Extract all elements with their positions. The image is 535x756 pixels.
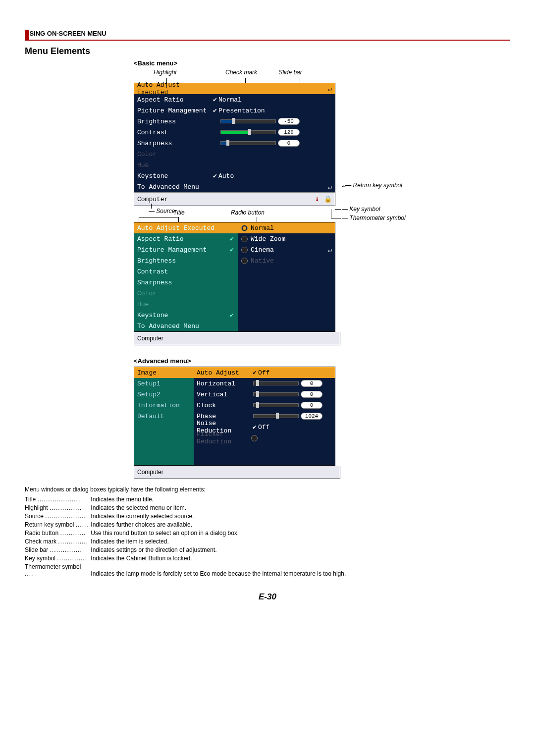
menu-row[interactable]: Flicker Reduction — [194, 432, 335, 443]
status-bar: Computer — [134, 332, 340, 345]
menu-row[interactable]: Brightness-50 — [134, 116, 335, 127]
menu-row[interactable]: Keystone✔Auto — [134, 170, 335, 181]
menu-tab[interactable]: Default — [134, 411, 194, 422]
menu-row[interactable]: Auto Adjust Executed↵ — [134, 83, 335, 94]
annot-radio: Radio button — [231, 209, 265, 216]
glossary-item: Thermometer symbol .... Indicates the la… — [25, 563, 510, 577]
status-bar: Computer🌡 🔒 — [134, 192, 335, 206]
basic-menu-2: Auto Adjust ExecutedAspect Ratio✔Picture… — [134, 222, 335, 332]
menu-row[interactable]: Sharpness0 — [134, 138, 335, 149]
leader-line — [139, 217, 178, 217]
glossary-item: Source ................... Indicates the… — [25, 513, 510, 520]
radio-option[interactable]: Cinema↵ — [238, 244, 335, 255]
menu-tab[interactable]: Information — [134, 400, 194, 411]
menu-row[interactable]: Aspect Ratio✔ — [134, 233, 238, 244]
glossary-list: Title .................... Indicates the… — [25, 496, 510, 577]
annotation-row-2: Title Radio button — [134, 209, 510, 222]
page-title: Menu Elements — [25, 46, 510, 56]
menu-row[interactable]: Sharpness — [134, 277, 238, 288]
menu-row[interactable]: Clock0 — [194, 400, 335, 411]
annotation-row: Highlight Check mark Slide bar — [134, 69, 510, 83]
glossary-item: Radio button ............ Use this round… — [25, 530, 510, 537]
menu-row[interactable]: Color — [134, 149, 335, 160]
page-number: E-30 — [25, 592, 510, 602]
menu-row[interactable]: Picture Management✔Presentation — [134, 105, 335, 116]
menu-row[interactable]: Auto Adjust Executed — [134, 222, 238, 233]
header-rule — [25, 40, 510, 41]
advanced-menu-wrap: ImageSetup1Setup2InformationDefault Auto… — [134, 367, 510, 479]
basic-menu-1-wrap: Auto Adjust Executed↵Aspect Ratio✔Normal… — [134, 83, 510, 206]
annot-return: ↵— Return key symbol — [342, 182, 402, 189]
menu-row[interactable]: Picture Management✔ — [134, 244, 238, 255]
basic-menu-label: <Basic menu> — [134, 59, 510, 67]
menu-row[interactable]: Contrast — [134, 266, 238, 277]
basic-menu-1: Auto Adjust Executed↵Aspect Ratio✔Normal… — [134, 83, 335, 206]
menu-row[interactable]: Hue — [134, 299, 238, 310]
advanced-menu-label: <Advanced menu> — [134, 357, 510, 365]
glossary-item: Return key symbol ...... Indicates furth… — [25, 521, 510, 528]
leader-line — [151, 204, 152, 209]
menu-row[interactable]: Aspect Ratio✔Normal — [134, 94, 335, 105]
menu-row[interactable]: Vertical0 — [194, 389, 335, 400]
menu-tab[interactable]: Setup1 — [134, 378, 194, 389]
glossary-item: Key symbol .............. Indicates the … — [25, 555, 510, 562]
radio-option[interactable]: Normal — [238, 222, 335, 233]
glossary-item: Check mark .............. Indicates the … — [25, 538, 510, 545]
glossary-item: Slide bar ............... Indicates sett… — [25, 546, 510, 553]
annot-slidebar: Slide bar — [278, 69, 302, 76]
radio-option[interactable]: Native — [238, 255, 335, 266]
menu-row[interactable]: Hue — [134, 160, 335, 170]
annot-highlight: Highlight — [154, 69, 177, 76]
advanced-menu: ImageSetup1Setup2InformationDefault Auto… — [134, 367, 335, 466]
glossary-item: Highlight ............... Indicates the … — [25, 504, 510, 511]
description-intro: Menu windows or dialog boxes typically h… — [25, 486, 510, 493]
corner-marker — [25, 30, 29, 40]
glossary-item: Title .................... Indicates the… — [25, 496, 510, 503]
menu-row[interactable]: Horizontal0 — [194, 378, 335, 389]
menu-row[interactable]: To Advanced Menu — [134, 321, 238, 331]
menu-row[interactable]: Keystone✔ — [134, 310, 238, 321]
page-header: USING ON-SCREEN MENU — [25, 30, 510, 37]
annot-title: Title — [173, 209, 185, 216]
menu-tab[interactable]: Image — [134, 367, 194, 378]
basic-menu-2-wrap: Auto Adjust ExecutedAspect Ratio✔Picture… — [134, 222, 510, 345]
menu-tab[interactable]: Setup2 — [134, 389, 194, 400]
menu-row[interactable]: Contrast128 — [134, 127, 335, 138]
radio-option[interactable]: Wide Zoom — [238, 233, 335, 244]
menu-row[interactable]: Auto Adjust✔Off — [194, 367, 335, 378]
menu-row[interactable]: Brightness — [134, 255, 238, 266]
menu-row[interactable]: Color — [134, 288, 238, 299]
menu-row[interactable]: To Advanced Menu↵ — [134, 181, 335, 192]
annot-checkmark: Check mark — [225, 69, 257, 76]
status-bar: Computer — [134, 466, 340, 479]
